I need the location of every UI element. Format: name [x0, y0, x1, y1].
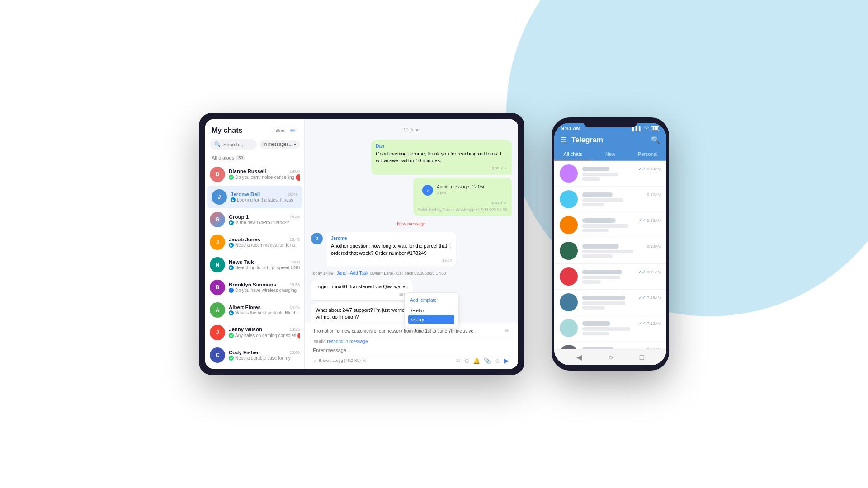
template-hello[interactable]: \Hello [408, 306, 454, 315]
chat-list-item[interactable]: J Jacob Jones 18:46 ▶ Need a recommendat… [205, 231, 304, 253]
studio-link[interactable]: respond in message [327, 339, 368, 344]
chat-list-item[interactable]: A Albert Flores 14:46 ▶ What's the best … [205, 299, 304, 321]
waveform-icon[interactable]: ≋ [456, 357, 461, 364]
chat-name-row: Jacob Jones 18:46 [229, 237, 300, 242]
telegram-preview-line2 [582, 229, 609, 232]
main-container: My chats Filters ✏ 🔍 In messages... ▾ [0, 0, 868, 488]
contact-avatar: G [210, 212, 225, 227]
telegram-avatar [560, 293, 578, 311]
msg-sender: Dan [376, 143, 507, 150]
telegram-avatar [560, 267, 578, 286]
chat-list-item[interactable]: D Dianne Russell 19:00 W Do you carry no… [205, 163, 304, 186]
telegram-chat-time: 8:18AM [647, 167, 661, 171]
promotion-text: Promotion for new customers of our netwo… [314, 328, 475, 333]
telegram-name-row: ✓✓ 8:18AM [582, 166, 661, 171]
telegram-name-placeholder [582, 167, 609, 171]
chat-list-item[interactable]: N News Talk 16:00 ▶ Searching for a high… [205, 253, 304, 276]
telegram-title: Telegram [571, 136, 646, 144]
telegram-chat-info: ✓✓ 7:45AM [582, 295, 661, 310]
task-jane-link[interactable]: Jane [337, 271, 347, 276]
telegram-chat-item[interactable]: ✓✓ 7:45AM [554, 290, 666, 315]
chat-name-row: Dianne Russell 19:00 [229, 169, 300, 174]
contact-avatar: J [210, 235, 225, 250]
chat-time: 15:58 [289, 282, 300, 287]
chat-preview: ▶ Is the new GoPro in stock? [229, 220, 300, 225]
search-filter[interactable]: In messages... ▾ [259, 140, 300, 149]
audio-name: Audio_message_12.05i [437, 184, 484, 190]
chat-preview: f Do you have wireless charging [229, 288, 300, 293]
telegram-chat-info: ✓✓ 8:11AM [582, 269, 661, 284]
whatsapp-icon: W [229, 356, 234, 361]
chat-list: D Dianne Russell 19:00 W Do you carry no… [205, 163, 304, 369]
telegram-tab[interactable]: Personal [629, 149, 666, 160]
preview-text: Need a durable case for my [235, 356, 291, 361]
telegram-chat-item[interactable]: ✓✓ 8:11AM [554, 264, 666, 290]
notification-icon[interactable]: 🔔 [473, 357, 480, 364]
msg-time: 19:00 [331, 258, 452, 263]
chat-time: 18:46 [288, 192, 298, 197]
chat-item-info: Brooklyn Simmons 15:58 f Do you have wir… [229, 282, 300, 293]
new-message-divider: New message [311, 219, 512, 229]
home-button[interactable]: ○ [609, 353, 613, 361]
recent-button[interactable]: □ [640, 353, 644, 361]
chat-item-info: Jenny Wilson 10:25 W Any sales on gaming… [229, 327, 300, 339]
telegram-chat-item[interactable]: 6:52AM [554, 341, 666, 349]
attach-icon[interactable]: 📎 [484, 357, 491, 364]
task-add-link[interactable]: Add Task [350, 271, 368, 276]
telegram-preview-line1 [582, 276, 620, 279]
unread-badge [297, 333, 300, 339]
edit-icon[interactable]: ✏ [505, 328, 509, 334]
telegram-chat-item[interactable]: ✓✓ 8:18AM [554, 161, 666, 187]
telegram-search-icon[interactable]: 🔍 [651, 136, 660, 144]
chat-list-item[interactable]: J Jerome Bell 18:46 ▶ Looking for the la… [207, 186, 302, 208]
preview-text: Do you have wireless charging [235, 288, 297, 293]
tablet-device: My chats Filters ✏ 🔍 In messages... ▾ [199, 113, 524, 375]
telegram-tab[interactable]: All chats [554, 149, 592, 160]
back-button[interactable]: ◀ [576, 353, 582, 361]
telegram-menu-icon[interactable]: ☰ [561, 136, 567, 144]
contact-avatar: C [210, 347, 225, 363]
telegram-chat-item[interactable]: 9:10AM [554, 238, 666, 264]
send-button[interactable]: ▶ [504, 357, 509, 364]
chat-list-item[interactable]: C Cody Fisher 10:00 W Need a durable cas… [205, 344, 304, 366]
telegram-chat-info: ✓✓ 9:32AM [582, 218, 661, 232]
add-template-btn[interactable]: Add template [408, 296, 454, 304]
compose-icon[interactable]: ✏ [288, 126, 298, 136]
contact-avatar: N [210, 257, 225, 272]
message-in-2: Login - irina90, transferred via Qiwi wa… [311, 280, 413, 300]
filters-button[interactable]: Filters [274, 126, 284, 136]
chat-name-row: Albert Flores 14:46 [229, 305, 300, 310]
chat-list-item[interactable]: R Ronald Richards 05:42 f Looking for a … [205, 366, 304, 369]
template-sorry[interactable]: \Sorry [408, 315, 454, 324]
preview-text: Do you carry noise-cancelling [235, 175, 294, 180]
telegram-chat-info: ✓✓ 8:18AM [582, 166, 661, 181]
remove-attach-icon[interactable]: ✕ [363, 358, 366, 363]
emoji-icon[interactable]: ☺ [495, 357, 500, 364]
telegram-preview-line1 [582, 173, 618, 176]
chat-list-item[interactable]: G Group 1 18:46 ▶ Is the new GoPro in st… [205, 208, 304, 231]
record-icon[interactable]: ⊙ [464, 357, 469, 364]
telegram-icon: ▶ [229, 265, 234, 270]
contact-name: Brooklyn Simmons [229, 282, 276, 287]
telegram-name-row: ✓✓ 8:11AM [582, 269, 661, 274]
chat-list-item[interactable]: J Jenny Wilson 10:25 W Any sales on gami… [205, 321, 304, 344]
chat-time: 14:46 [289, 305, 300, 310]
message-input[interactable] [313, 347, 510, 353]
chat-item-info: Dianne Russell 19:00 W Do you carry nois… [229, 169, 300, 181]
preview-text: Searching for a high-speed USB- [235, 265, 300, 270]
telegram-chat-item[interactable]: 0:12AM [554, 187, 666, 212]
contact-name: Cody Fisher [229, 350, 259, 355]
audio-message: ♪ Audio_message_12.05i 2 MB [418, 181, 507, 199]
telegram-name-placeholder [582, 192, 613, 197]
read-check: ✓✓ [638, 295, 646, 300]
telegram-chat-item[interactable]: ✓✓ 7:12AM [554, 315, 666, 341]
contact-name: Jerome Bell [231, 192, 260, 197]
audio-play-icon[interactable]: ♪ [422, 185, 433, 196]
msg-text: Login - irina90, transferred via Qiwi wa… [316, 284, 408, 289]
search-input[interactable] [223, 142, 252, 147]
chat-list-item[interactable]: B Brooklyn Simmons 15:58 f Do you have w… [205, 276, 304, 299]
message-in-1: Jerome Another question, how long to wai… [326, 232, 456, 267]
telegram-tab[interactable]: New [592, 149, 629, 160]
telegram-name-placeholder [582, 218, 616, 223]
telegram-chat-item[interactable]: ✓✓ 9:32AM [554, 212, 666, 238]
